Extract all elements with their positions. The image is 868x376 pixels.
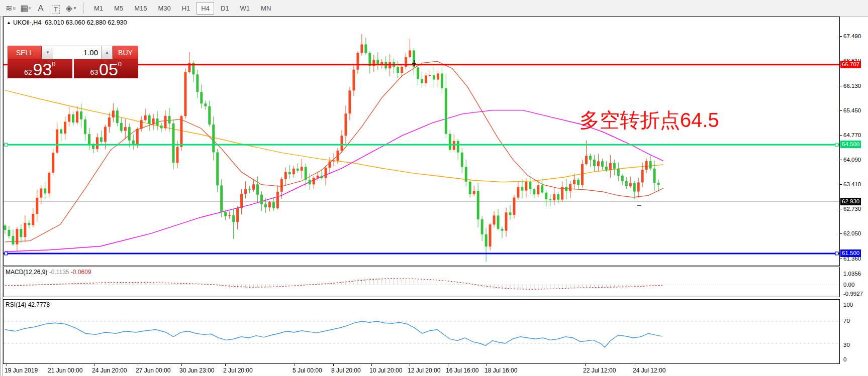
time-tick-label: 16 Jul 16:00 — [446, 367, 478, 374]
price-badge-61.500: 61.500 — [840, 249, 861, 257]
buy-price-big: 05 — [99, 61, 118, 78]
buy-price-sup: 0 — [118, 61, 122, 67]
macd-indicator-pane[interactable]: MACD(12,26,9) -0.1135 -0.0609 — [3, 267, 840, 297]
ma-slow-line — [5, 110, 663, 252]
macd-label: MACD(12,26,9) -0.1135 -0.0609 — [6, 269, 91, 276]
toolbar-separator — [83, 3, 84, 14]
timeframe-mn[interactable]: MN — [256, 2, 275, 15]
time-tick-mark — [181, 364, 182, 366]
volume-input[interactable] — [53, 46, 101, 59]
timeframe-m30[interactable]: M30 — [153, 2, 175, 15]
rsi-label: RSI(14) 42.7778 — [6, 301, 50, 308]
price-tick-mark — [840, 184, 842, 185]
macd-histogram — [5, 278, 658, 290]
time-tick-label: 18 Jul 16:00 — [485, 367, 517, 374]
time-tick-label: 22 Jul 12:00 — [583, 367, 616, 374]
chart-annotation-text: 多空转折点64.5 — [580, 106, 719, 134]
timeframe-w1[interactable]: W1 — [236, 2, 255, 15]
text-label-icon[interactable]: A — [34, 2, 47, 14]
time-tick-mark — [138, 364, 138, 366]
rsi-scale-label: 100 — [843, 301, 853, 308]
price-tick-mark — [840, 86, 842, 86]
price-tick-mark — [840, 209, 842, 209]
timeframe-m5[interactable]: M5 — [110, 2, 128, 15]
timeframe-d1[interactable]: D1 — [216, 2, 234, 15]
price-badge-62.930: 62.930 — [840, 198, 861, 205]
timeframe-m1[interactable]: M1 — [89, 2, 108, 15]
time-tick-label: 24 Jun 20:00 — [92, 367, 127, 374]
text-box-icon[interactable]: T — [49, 2, 62, 14]
macd-scale-label: 1.0356 — [843, 270, 861, 277]
macd-value-main: -0.1135 — [49, 269, 69, 276]
price-tick-mark — [840, 110, 842, 111]
chart-symbol: UKOil-,H4 — [13, 19, 41, 26]
time-tick-label: 12 Jul 20:00 — [408, 367, 440, 374]
chart-title: ▲UKOil-,H4 63.010 63.060 62.880 62.930 — [7, 19, 127, 26]
sell-price-small: 62 — [24, 67, 32, 78]
price-tick-label: 67.490 — [843, 33, 861, 40]
price-tick-label: 64.090 — [843, 156, 861, 163]
moving-averages — [5, 61, 663, 252]
time-tick-label: 10 Jul 20:00 — [369, 367, 402, 374]
time-tick-label: 21 Jun 00:00 — [48, 367, 82, 374]
rsi-indicator-pane[interactable]: RSI(14) 42.7778 — [3, 299, 840, 364]
indicator-window-icon[interactable]: ▦F — [19, 2, 32, 14]
time-tick-mark — [94, 364, 94, 366]
time-tick-mark — [448, 364, 448, 366]
time-tick-label: 30 Jun 23:00 — [179, 367, 214, 374]
chart-ohlc-values: 63.010 63.060 62.880 62.930 — [45, 19, 127, 26]
spin-down-icon: ▼ — [46, 50, 50, 55]
price-badge-64.500: 64.500 — [840, 141, 861, 148]
ma-fast-line — [5, 90, 663, 182]
time-axis[interactable]: 19 Jun 201921 Jun 00:0024 Jun 20:0027 Ju… — [3, 364, 840, 376]
time-tick-mark — [410, 364, 410, 366]
price-tick-label: 65.450 — [843, 107, 861, 114]
price-axis[interactable]: 67.49066.81066.13065.45064.77064.09063.4… — [840, 17, 868, 364]
objects-icon[interactable]: ◈▾ — [64, 2, 77, 14]
macd-scale-label: 0.00 — [843, 281, 854, 288]
toolbar-icon-group: ≋E▦FAT◈▾ — [3, 2, 78, 14]
timeframe-h4[interactable]: H4 — [197, 2, 214, 15]
buy-button[interactable]: BUY — [113, 46, 138, 59]
rsi-chart[interactable] — [4, 300, 839, 363]
time-tick-mark — [225, 364, 226, 366]
price-chart-pane[interactable]: ▲UKOil-,H4 63.010 63.060 62.880 62.930 多… — [3, 17, 840, 266]
time-tick-label: 27 Jun 00:00 — [136, 367, 170, 374]
price-tick-label: 62.050 — [843, 230, 861, 237]
volume-increase-button[interactable]: ▲ — [101, 46, 113, 59]
price-tick-mark — [840, 160, 842, 160]
volume-decrease-button[interactable]: ▼ — [42, 46, 53, 59]
macd-value-signal: -0.0609 — [71, 269, 91, 276]
macd-scale-label: -0.9927 — [843, 290, 863, 297]
indicators-icon[interactable]: ≋E — [4, 2, 17, 14]
time-tick-label: 8 Jul 20:00 — [331, 367, 361, 374]
price-badge-66.707: 66.707 — [840, 61, 861, 68]
sell-button[interactable]: SELL — [8, 46, 42, 59]
buy-price-display[interactable]: 63050 — [74, 59, 139, 78]
macd-chart[interactable] — [4, 267, 839, 297]
price-tick-label: 63.410 — [843, 181, 861, 188]
time-tick-label: 2 Jul 20:00 — [223, 367, 253, 374]
sell-price-sup: 0 — [52, 61, 55, 67]
buy-price-small: 63 — [90, 67, 98, 78]
timeframe-h1[interactable]: H1 — [177, 2, 195, 15]
price-tick-mark — [840, 135, 842, 136]
rsi-scale-label: 0 — [843, 356, 846, 363]
time-tick-mark — [371, 364, 372, 366]
time-tick-mark — [487, 364, 487, 366]
price-tick-mark — [840, 233, 842, 234]
time-tick-mark — [7, 364, 7, 366]
time-tick-label: 24 Jul 12:00 — [633, 367, 665, 374]
top-toolbar: ≋E▦FAT◈▾ M1M5M15M30H1H4D1W1MN — [0, 0, 868, 17]
one-click-trading-panel: SELL ▼ ▲ BUY 62930 63050 — [8, 46, 138, 78]
rsi-scale-label: 70 — [843, 317, 850, 324]
symbol-triangle-icon: ▲ — [7, 20, 11, 25]
sell-price-big: 93 — [33, 61, 52, 78]
timeframe-button-group: M1M5M15M30H1H4D1W1MN — [88, 2, 276, 15]
timeframe-m15[interactable]: M15 — [130, 2, 151, 15]
time-tick-mark — [635, 364, 635, 366]
horizontal-lines[interactable] — [4, 65, 839, 255]
spin-up-icon: ▲ — [105, 50, 109, 55]
sell-price-display[interactable]: 62930 — [8, 59, 72, 78]
time-tick-label: 19 Jun 2019 — [5, 367, 38, 374]
